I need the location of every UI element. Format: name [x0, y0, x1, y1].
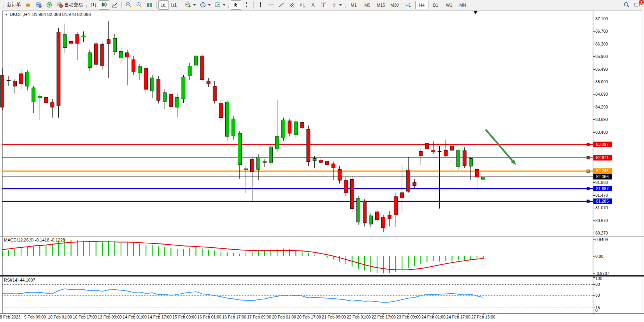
periods-button[interactable] — [198, 0, 212, 10]
line-handle[interactable] — [587, 200, 590, 203]
cursor-tool-button[interactable] — [231, 0, 241, 10]
new-order-button[interactable]: 新订单 — [5, 0, 23, 10]
time-axis-label: 14 Feb 01:00 — [123, 315, 147, 319]
vertical-line-tool-button[interactable] — [255, 0, 266, 10]
candle — [251, 159, 254, 172]
timeframe-button-D1[interactable]: D1 — [429, 1, 442, 9]
price-line-label: 82.246 — [596, 168, 609, 173]
candle — [169, 94, 173, 107]
candle — [182, 77, 185, 99]
indicators-icon — [185, 2, 191, 8]
templates-button[interactable] — [212, 0, 227, 10]
signals-button[interactable] — [44, 0, 54, 10]
line-chart-type-button[interactable] — [109, 0, 120, 10]
timeframe-button-W1[interactable]: W1 — [442, 1, 456, 9]
text-label-icon: T — [320, 2, 327, 8]
time-axis-label: 24 Feb 17:00 — [446, 315, 470, 319]
trendline-tool-button[interactable] — [276, 0, 287, 10]
candle — [413, 182, 416, 186]
collapse-triangle-icon: ▼ — [5, 13, 8, 16]
price-tick-label: 81.470 — [595, 193, 608, 198]
chart-shift-icon — [171, 2, 177, 8]
price-line-label: 81.687 — [596, 186, 609, 191]
rsi-level-label: 100 — [595, 276, 602, 281]
rsi-level-label: 80 — [595, 282, 600, 287]
notifications-button[interactable]: 1 — [632, 0, 642, 10]
timeframe-button-M30[interactable]: M30 — [388, 1, 401, 9]
candle — [26, 72, 29, 86]
text-tool-button[interactable]: A — [308, 0, 318, 10]
horizontal-line-tool-button[interactable] — [266, 0, 276, 10]
svg-text:A: A — [312, 2, 315, 8]
time-axis-label: 13 Feb 09:00 — [98, 315, 122, 319]
autotrading-label: 自动交易 — [64, 2, 83, 8]
separator — [156, 2, 157, 9]
timeframe-button-MN[interactable]: MN — [456, 1, 469, 9]
candle — [144, 68, 148, 89]
channel-tool-button[interactable]: E — [287, 0, 297, 10]
crosshair-tool-button[interactable] — [241, 0, 252, 10]
crosshair-icon — [243, 2, 250, 8]
price-tick-label: 83.890 — [595, 117, 608, 122]
zoom-out-button[interactable] — [134, 0, 144, 10]
candle — [313, 158, 316, 161]
timeframe-button-M5[interactable]: M5 — [361, 1, 374, 9]
svg-text:T: T — [323, 3, 325, 7]
fibonacci-icon: F — [299, 2, 306, 8]
line-handle[interactable] — [587, 156, 590, 159]
chart-canvas[interactable]: 87.10086.70086.30085.90085.49085.09084.6… — [0, 10, 644, 322]
candle — [350, 179, 354, 208]
candle-chart-type-button[interactable] — [99, 0, 109, 10]
svg-text:E: E — [293, 5, 295, 8]
trend-arrow[interactable] — [486, 130, 512, 161]
indicators-button[interactable] — [183, 0, 198, 10]
timeframe-button-H4[interactable]: H4 — [415, 1, 428, 9]
candle — [481, 177, 485, 179]
time-axis-label: 10 Feb 17:00 — [73, 315, 97, 319]
separator — [253, 2, 254, 9]
zoom-out-icon — [136, 2, 142, 8]
chart-window[interactable]: 87.10086.70086.30085.90085.49085.09084.6… — [0, 10, 644, 322]
scroll-marker-icon — [474, 11, 477, 14]
candle — [294, 122, 298, 135]
market-watch-button[interactable] — [33, 0, 44, 10]
search-icon — [623, 2, 630, 8]
candle — [469, 158, 472, 166]
autotrading-button[interactable]: 自动交易 — [54, 0, 85, 10]
dropdown-caret — [208, 4, 211, 6]
fibonacci-tool-button[interactable]: F — [297, 0, 308, 10]
template-icon — [214, 2, 221, 8]
text-label-tool-button[interactable]: T — [318, 0, 329, 10]
line-handle[interactable] — [587, 187, 590, 190]
dropdown-caret — [193, 4, 196, 6]
timeframe-button-H1[interactable]: H1 — [402, 1, 415, 9]
time-axis-label: 14 Feb 17:00 — [147, 315, 172, 319]
cursor-icon — [233, 2, 239, 8]
timeframe-button-M15[interactable]: M15 — [374, 1, 388, 9]
symbols-button[interactable] — [23, 0, 33, 10]
group-grip — [86, 2, 88, 9]
arrows-icon — [331, 2, 337, 8]
dropdown-caret — [223, 4, 225, 6]
candle — [163, 93, 167, 102]
time-axis-label: 22 Feb 01:00 — [347, 315, 371, 319]
line-handle[interactable] — [587, 143, 590, 146]
vertical-line-icon — [257, 2, 264, 8]
arrows-tool-button[interactable] — [329, 0, 344, 10]
group-grip — [344, 2, 346, 9]
search-button[interactable] — [621, 0, 632, 10]
line-handle[interactable] — [587, 170, 590, 172]
tile-windows-button[interactable] — [144, 0, 155, 10]
timeframe-button-M1[interactable]: M1 — [347, 1, 360, 9]
candle — [344, 180, 347, 193]
candle — [438, 151, 441, 152]
candle — [82, 36, 85, 37]
zoom-in-button[interactable] — [123, 0, 134, 10]
bar-chart-type-button[interactable] — [88, 0, 99, 10]
candle — [219, 103, 223, 118]
chart-title: ▼UKOil-,H4 81.984 82.066 81.978 82.066 — [5, 12, 91, 17]
zoom-in-icon — [125, 2, 132, 8]
autoscroll-button[interactable] — [158, 0, 169, 10]
candle — [151, 78, 154, 91]
chart-shift-button[interactable] — [169, 0, 179, 10]
